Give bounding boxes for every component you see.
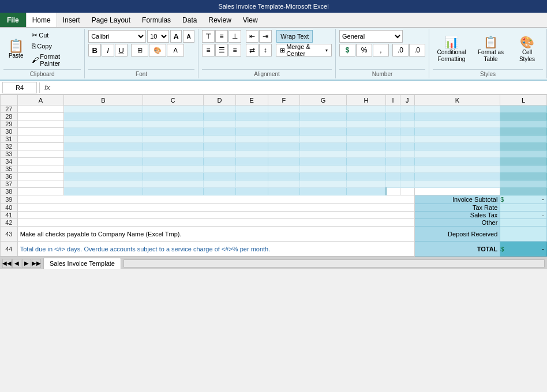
col-header-h[interactable]: H [346,95,385,105]
row-num-32[interactable]: 32 [1,143,18,150]
home-menu-tab[interactable]: Home [26,13,57,27]
col-header-d[interactable]: D [204,95,236,105]
cell-31-c[interactable] [143,135,203,143]
align-bottom-button[interactable]: ⊥ [228,30,241,43]
cell-38-i[interactable] [386,188,400,195]
cell-33-h[interactable] [346,150,385,158]
cell-34-c[interactable] [143,158,203,165]
cell-29-b[interactable] [64,120,143,128]
cell-30-j[interactable] [400,128,414,135]
align-right-button[interactable]: ≡ [228,44,241,56]
row-num-34[interactable]: 34 [1,158,18,165]
cell-33-a[interactable] [17,150,64,158]
cell-30-d[interactable] [204,128,236,135]
align-center-button[interactable]: ☰ [215,44,228,56]
view-menu-tab[interactable]: View [237,13,264,27]
cell-35-d[interactable] [204,165,236,173]
cell-29-e[interactable] [235,120,268,128]
cell-33-k[interactable] [414,150,500,158]
cell-31-b[interactable] [64,135,143,143]
cell-27-l[interactable] [500,105,547,113]
bold-button[interactable]: B [88,44,101,56]
cell-32-b[interactable] [64,143,143,150]
cell-32-g[interactable] [300,143,347,150]
cell-29-g[interactable] [300,120,347,128]
cell-36-b[interactable] [64,173,143,180]
increase-indent-button[interactable]: ⇥ [259,30,272,43]
row-num-37[interactable]: 37 [1,180,18,188]
page-layout-menu-tab[interactable]: Page Layout [86,13,136,27]
row-num-31[interactable]: 31 [1,135,18,143]
cell-37-f[interactable] [268,180,300,188]
cell-29-d[interactable] [204,120,236,128]
cell-38-l[interactable] [500,188,547,195]
formula-input[interactable] [55,82,545,93]
cell-32-a[interactable] [17,143,64,150]
cell-30-e[interactable] [235,128,268,135]
cell-33-e[interactable] [235,150,268,158]
increase-decimal-button[interactable]: .0 [392,44,409,56]
copy-button[interactable]: ⎘ Copy [29,41,81,51]
cell-29-j[interactable] [400,120,414,128]
cell-27-k[interactable] [414,105,500,113]
cell-34-f[interactable] [268,158,300,165]
cell-27-g[interactable] [300,105,347,113]
font-decrease-button[interactable]: A [183,30,194,43]
cell-36-l[interactable] [500,173,547,180]
italic-button[interactable]: I [102,44,114,56]
sheet-next-arrow[interactable]: ▶ [22,259,31,268]
cell-36-e[interactable] [235,173,268,180]
col-header-l[interactable]: L [500,95,547,105]
cell-35-b[interactable] [64,165,143,173]
cell-33-b[interactable] [64,150,143,158]
cell-28-l[interactable] [500,113,547,120]
col-header-c[interactable]: C [143,95,203,105]
cell-27-f[interactable] [268,105,300,113]
cell-40-span[interactable] [17,204,414,212]
cell-31-e[interactable] [235,135,268,143]
cell-28-e[interactable] [235,113,268,120]
cell-28-g[interactable] [300,113,347,120]
cell-36-j[interactable] [400,173,414,180]
cell-30-c[interactable] [143,128,203,135]
font-name-select[interactable]: Calibri [88,30,146,43]
cell-37-b[interactable] [64,180,143,188]
cell-33-g[interactable] [300,150,347,158]
text-direction-button[interactable]: ⇄ [246,44,258,56]
text-rotate-button[interactable]: ↕ [259,44,272,56]
row-num-42[interactable]: 42 [1,219,18,227]
cell-38-b[interactable] [64,188,143,195]
deposit-value-cell[interactable] [500,227,547,242]
cell-styles-button[interactable]: 🎨 Cell Styles [511,32,543,66]
col-header-f[interactable]: F [268,95,300,105]
cell-38-f[interactable] [268,188,300,195]
cell-32-i[interactable] [386,143,400,150]
row-num-28[interactable]: 28 [1,113,18,120]
cell-28-h[interactable] [346,113,385,120]
font-size-select[interactable]: 10 [147,30,169,43]
cell-38-j[interactable] [400,188,414,195]
cell-42-span[interactable] [17,219,414,227]
cell-33-l[interactable] [500,150,547,158]
cell-34-a[interactable] [17,158,64,165]
cell-31-d[interactable] [204,135,236,143]
cell-34-j[interactable] [400,158,414,165]
tax-rate-value-cell[interactable] [500,204,547,212]
cell-34-l[interactable] [500,158,547,165]
cell-29-f[interactable] [268,120,300,128]
cell-29-a[interactable] [17,120,64,128]
row-num-30[interactable]: 30 [1,128,18,135]
underline-button[interactable]: U [115,44,128,56]
cell-32-k[interactable] [414,143,500,150]
total-value-cell[interactable]: $ - [500,242,547,257]
cell-33-i[interactable] [386,150,400,158]
font-increase-button[interactable]: A [170,30,182,43]
cell-36-c[interactable] [143,173,203,180]
align-top-button[interactable]: ⊤ [202,30,215,43]
col-header-a[interactable]: A [17,95,64,105]
cell-38-d[interactable] [204,188,236,195]
formulas-menu-tab[interactable]: Formulas [136,13,177,27]
cell-35-e[interactable] [235,165,268,173]
cell-32-l[interactable] [500,143,547,150]
cell-27-a[interactable] [17,105,64,113]
